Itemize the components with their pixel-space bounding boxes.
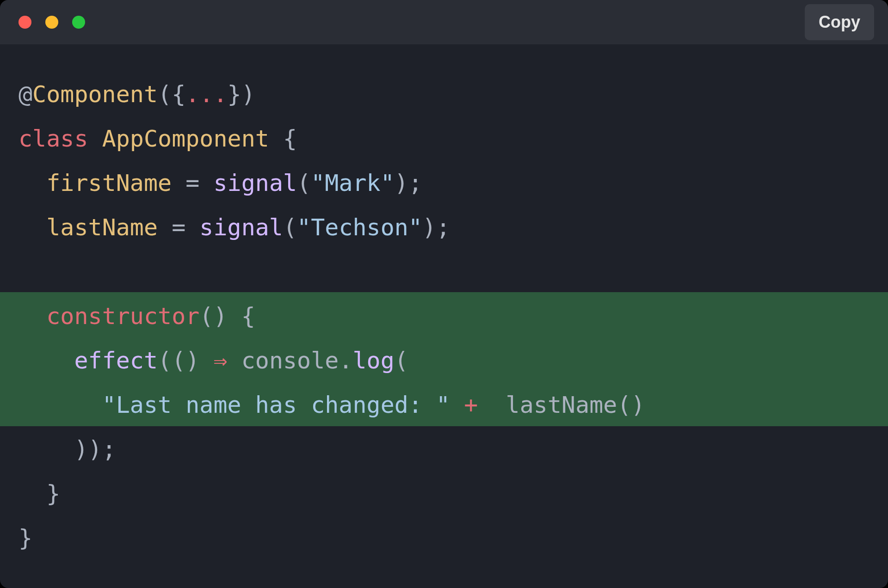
punct: ({ [158,81,185,108]
code-line: firstName = signal("Mark"); [18,161,888,205]
brace-open: { [228,303,255,330]
class-keyword: class [18,125,88,152]
plus-operator: + [450,392,492,418]
string-literal: "Mark" [311,170,395,196]
code-window: Copy @Component({...}) class AppComponen… [0,0,888,588]
code-line: "Last name has changed: " + lastName() [18,383,888,427]
property-name: firstName [46,170,172,196]
string-literal: "Techson" [297,214,422,241]
code-content: @Component({...}) class AppComponent { f… [18,72,888,560]
function-call: signal [213,170,297,196]
indent [18,480,46,507]
indent [18,170,46,196]
window-titlebar: Copy [0,0,888,44]
code-area: @Component({...}) class AppComponent { f… [0,44,888,588]
function-call: effect [74,347,158,374]
paren-open: ( [395,347,408,374]
parens: () [199,303,227,330]
ellipsis: ... [185,81,227,108]
traffic-lights [18,16,85,29]
punct: }) [228,81,255,108]
code-line: lastName = signal("Techson"); [18,205,888,250]
brace-close: } [46,480,60,507]
constructor-keyword: constructor [46,303,199,330]
copy-button[interactable]: Copy [805,4,874,40]
console-object: console [241,347,339,374]
code-line [18,250,888,294]
property-name: lastName [46,214,158,241]
code-line: effect(() ⇒ console.log( [18,338,888,383]
code-line: class AppComponent { [18,116,888,161]
indent [18,347,74,374]
paren-open: ( [283,214,297,241]
paren-open: ( [297,170,311,196]
brace-open: { [269,125,297,152]
decorator-name: Component [32,81,158,108]
class-name: AppComponent [102,125,269,152]
parens: () [617,392,645,418]
paren-open: (() [158,347,199,374]
brace-close: } [18,525,32,551]
minimize-icon[interactable] [45,16,58,29]
code-line: @Component({...}) [18,72,888,116]
indent [18,214,46,241]
variable-call: lastName [492,392,617,418]
string-literal: "Last name has changed: " [102,392,450,418]
paren-close-semi: ); [422,214,450,241]
indent [18,392,102,418]
indent [18,303,46,330]
dot: . [339,347,352,374]
function-call: signal [199,214,283,241]
close-parens-semi: )); [74,436,116,463]
maximize-icon[interactable] [72,16,85,29]
log-method: log [353,347,395,374]
indent [18,436,74,463]
code-line: } [18,516,888,560]
equals: = [158,214,199,241]
arrow-operator: ⇒ [199,347,241,374]
code-line: )); [18,427,888,472]
code-line: } [18,472,888,516]
equals: = [172,170,213,196]
close-icon[interactable] [18,16,31,29]
paren-close-semi: ); [395,170,422,196]
code-line: constructor() { [18,294,888,338]
at-symbol: @ [18,81,32,108]
